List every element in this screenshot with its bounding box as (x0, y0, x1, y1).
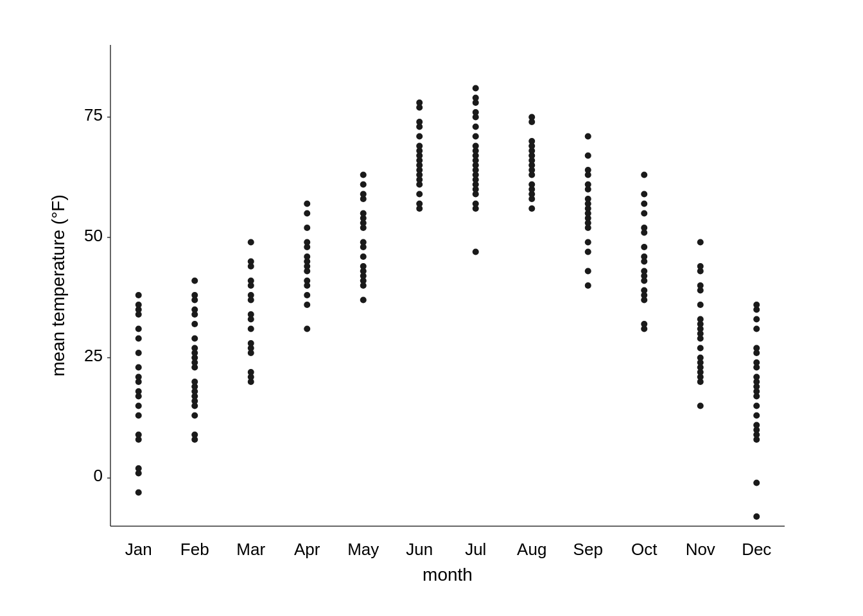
svg-point-112 (473, 201, 479, 207)
svg-point-129 (473, 95, 479, 101)
svg-point-60 (248, 259, 254, 265)
y-axis-label: mean temperature (°F) (48, 194, 68, 377)
svg-point-161 (585, 153, 591, 159)
svg-point-158 (585, 182, 591, 188)
svg-point-40 (191, 321, 198, 327)
svg-point-211 (753, 359, 760, 366)
svg-point-149 (585, 239, 591, 246)
x-label-mar: Mar (236, 540, 265, 559)
svg-point-186 (697, 355, 704, 361)
svg-point-91 (360, 182, 367, 188)
svg-point-12 (135, 403, 142, 409)
svg-point-197 (697, 263, 704, 270)
svg-point-214 (753, 326, 760, 332)
svg-point-160 (585, 167, 591, 173)
svg-point-176 (641, 210, 647, 217)
x-label-aug: Aug (517, 540, 546, 559)
svg-point-107 (416, 119, 423, 125)
svg-point-14 (135, 388, 142, 395)
svg-point-109 (416, 99, 423, 106)
svg-point-54 (248, 311, 254, 318)
svg-point-179 (641, 172, 647, 178)
svg-point-162 (585, 133, 591, 140)
svg-point-131 (528, 205, 535, 212)
svg-point-209 (753, 374, 760, 381)
svg-point-217 (753, 302, 760, 308)
svg-point-124 (473, 133, 479, 140)
svg-point-110 (473, 249, 479, 255)
svg-point-135 (528, 182, 535, 188)
svg-point-64 (304, 292, 310, 298)
x-label-may: May (347, 540, 379, 559)
svg-point-173 (641, 244, 647, 250)
svg-point-38 (191, 345, 198, 352)
svg-point-84 (360, 239, 367, 246)
svg-point-172 (641, 253, 647, 260)
svg-point-24 (135, 292, 142, 298)
svg-point-61 (248, 239, 254, 246)
svg-point-219 (753, 513, 760, 520)
svg-point-130 (473, 85, 479, 92)
svg-point-167 (641, 287, 647, 294)
svg-point-42 (191, 307, 198, 313)
svg-point-26 (191, 432, 198, 438)
svg-point-66 (304, 278, 310, 284)
svg-point-145 (528, 114, 535, 121)
svg-point-215 (753, 316, 760, 323)
x-label-dec: Dec (742, 540, 771, 559)
svg-point-143 (528, 138, 535, 144)
svg-point-218 (753, 480, 760, 486)
svg-point-125 (473, 124, 479, 130)
svg-point-198 (697, 239, 704, 246)
x-label-apr: Apr (294, 540, 320, 559)
svg-point-94 (416, 201, 423, 207)
svg-point-81 (360, 263, 367, 270)
y-tick-50: 50 (84, 226, 103, 245)
svg-point-88 (360, 210, 367, 217)
svg-point-148 (585, 249, 591, 255)
svg-point-92 (360, 172, 367, 178)
svg-point-82 (360, 253, 367, 260)
svg-point-58 (248, 278, 254, 284)
svg-point-56 (248, 292, 254, 298)
svg-point-62 (304, 326, 310, 332)
svg-point-203 (753, 413, 760, 419)
svg-point-95 (416, 191, 423, 198)
svg-point-18 (135, 350, 142, 356)
svg-point-70 (304, 253, 310, 260)
x-label-oct: Oct (631, 540, 658, 559)
svg-point-6 (135, 490, 142, 496)
svg-point-20 (135, 326, 142, 332)
svg-point-147 (585, 268, 591, 275)
svg-point-105 (416, 133, 423, 140)
svg-point-170 (641, 268, 647, 275)
svg-point-175 (641, 225, 647, 231)
svg-point-180 (697, 403, 704, 409)
svg-point-204 (753, 403, 760, 409)
svg-point-90 (360, 191, 367, 198)
svg-point-74 (304, 210, 310, 217)
svg-point-19 (135, 336, 142, 342)
svg-point-192 (697, 316, 704, 323)
x-label-feb: Feb (180, 540, 209, 559)
svg-point-75 (304, 201, 310, 207)
svg-point-104 (416, 143, 423, 150)
svg-point-51 (248, 340, 254, 346)
svg-point-8 (135, 465, 142, 472)
x-label-jul: Jul (465, 540, 486, 559)
x-label-jun: Jun (406, 540, 433, 559)
svg-point-33 (191, 379, 198, 385)
svg-point-10 (135, 432, 142, 438)
svg-point-193 (697, 302, 704, 308)
svg-point-63 (304, 302, 310, 308)
svg-point-45 (191, 278, 198, 284)
y-tick-25: 25 (84, 346, 103, 365)
svg-point-187 (697, 345, 704, 352)
svg-point-213 (753, 345, 760, 352)
y-tick-0: 0 (94, 466, 103, 485)
svg-point-127 (473, 109, 479, 116)
svg-point-156 (585, 196, 591, 202)
svg-point-195 (697, 282, 704, 289)
svg-point-76 (360, 297, 367, 304)
svg-point-52 (248, 326, 254, 332)
